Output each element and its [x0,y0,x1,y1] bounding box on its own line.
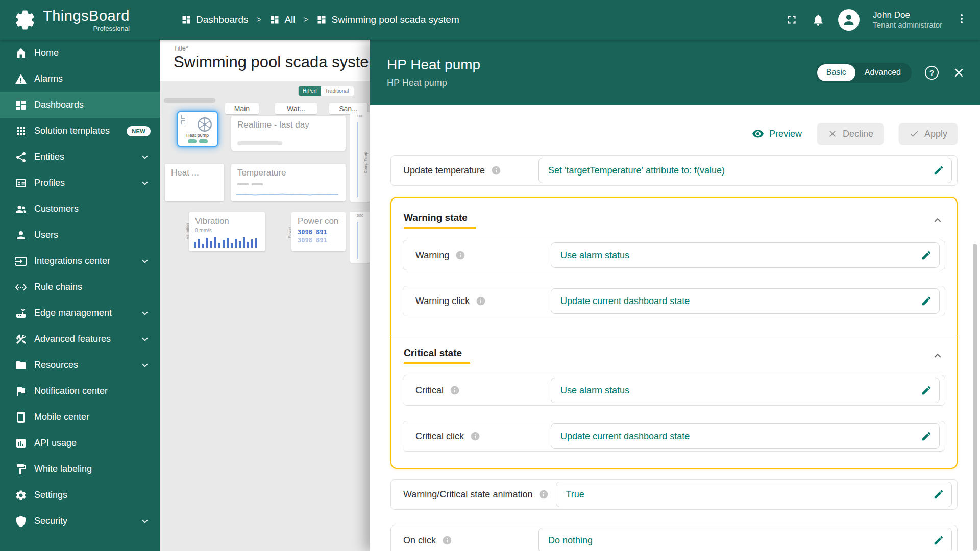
toggle-advanced[interactable]: Advanced [855,64,910,81]
fullscreen-icon[interactable] [785,13,798,27]
mini-toggles [188,139,208,143]
sidebar-item-customers[interactable]: Customers [0,196,160,222]
toggle-basic[interactable]: Basic [817,64,855,81]
vibration-widget[interactable]: Vibration 0 mm/s [189,212,265,251]
breadcrumb-dashboards[interactable]: Dashboards [181,14,248,26]
edit-pencil-icon[interactable] [921,385,932,396]
notifications-bell-icon[interactable] [812,13,825,27]
row-label: On click [403,535,436,546]
sidebar-item-api-usage[interactable]: API usage [0,430,160,456]
row-label: Critical click [415,431,464,442]
breadcrumb-all[interactable]: All [270,14,295,26]
critical-field[interactable]: Use alarm status [551,378,940,403]
on-click-field[interactable]: Do nothing [538,528,952,551]
sidebar-item-settings[interactable]: Settings [0,482,160,508]
info-icon[interactable] [455,250,465,260]
edit-pencil-icon[interactable] [921,295,932,307]
update-temperature-field[interactable]: Set 'targetTemperature' attribute to: f(… [538,158,952,183]
panel-scrollbar[interactable] [973,244,977,551]
edit-pencil-icon[interactable] [933,489,944,500]
dashboard-tab-water[interactable]: Wat... [275,103,317,114]
critical-click-field[interactable]: Update current dashboard state [551,423,940,449]
home-icon [15,47,27,59]
setting-row-warning: Warning Use alarm status [403,240,945,270]
dashboard-canvas: HiPerf Traditional Main Wat... San... He… [160,81,370,551]
heat-pump-widget-selected[interactable]: Heat pump [177,111,218,147]
info-icon[interactable] [476,296,486,306]
sidebar-item-label: Security [34,516,67,527]
warning-field[interactable]: Use alarm status [551,242,940,268]
panel-header: HP Heat pump HP Heat pump Basic Advanced… [370,40,980,105]
horizontal-scroll-indicator[interactable] [164,98,215,103]
thingsboard-logo-icon [13,8,37,32]
close-icon[interactable] [952,66,966,80]
sidebar-item-home[interactable]: Home [0,40,160,66]
sidebar-item-solution-templates[interactable]: Solution templates NEW [0,118,160,144]
sidebar-item-alarms[interactable]: Alarms [0,66,160,92]
sidebar-item-label: Notification center [34,386,108,396]
temperature-widget[interactable]: Temperature [231,164,346,201]
warning-state-section-header: Warning state [404,212,944,229]
mobile-phone-icon [15,411,27,423]
sidebar-item-label: Alarms [34,73,63,84]
sidebar-item-security[interactable]: Security [0,508,160,534]
warning-click-field[interactable]: Update current dashboard state [551,288,940,314]
heat-widget[interactable]: Heat ... [165,164,224,201]
row-label: Update temperature [403,165,485,176]
apply-button[interactable]: Apply [899,123,958,144]
brand[interactable]: ThingsBoard Professional [0,8,160,32]
info-icon[interactable] [538,489,549,499]
sidebar-item-advanced-features[interactable]: Advanced features [0,326,160,352]
info-icon[interactable] [470,431,480,441]
sidebar-item-edge-management[interactable]: Edge management [0,300,160,326]
dashboard-tab-main[interactable]: Main [225,103,259,114]
user-block[interactable]: John Doe Tenant administrator [873,10,942,30]
sidebar-item-entities[interactable]: Entities [0,144,160,170]
sidebar-item-dashboards[interactable]: Dashboards [0,92,160,118]
chevron-up-icon[interactable] [931,349,944,362]
sidebar-item-integrations-center[interactable]: Integrations center [0,248,160,274]
dashboards-icon [15,99,27,111]
avatar[interactable] [838,9,860,31]
eye-icon [752,128,764,140]
breadcrumb-current-dashboard[interactable]: Swimming pool scada system [316,14,459,26]
edge-router-icon [15,307,27,319]
sidebar-item-label: Dashboards [34,99,84,110]
info-icon[interactable] [450,385,460,395]
sidebar-item-resources[interactable]: Resources [0,352,160,378]
power-widget[interactable]: Power consu... 3098 891 3098 891 [291,212,346,251]
chevron-down-icon [139,178,151,189]
row-label: Critical [415,385,444,396]
sidebar-item-label: Rule chains [34,282,82,292]
dashboard-title-field[interactable]: Title* Swimming pool scada system [160,40,370,81]
new-badge: NEW [127,126,151,136]
topbar: ThingsBoard Professional Dashboards > Al… [0,0,980,40]
preview-button[interactable]: Preview [752,128,802,140]
realtime-widget[interactable]: Realtime - last day [231,116,346,151]
animation-field[interactable]: True [556,482,952,507]
entities-icon [15,151,27,163]
sidebar-item-profiles[interactable]: Profiles [0,170,160,196]
mode-chip-hiperf[interactable]: HiPerf [299,86,321,96]
section-divider [390,335,958,335]
more-options-kebab-icon[interactable] [955,13,968,27]
sidebar-item-white-labeling[interactable]: White labeling [0,456,160,482]
sidebar-item-rule-chains[interactable]: Rule chains [0,274,160,300]
axis-line [357,122,358,197]
info-icon[interactable] [442,535,452,545]
edit-pencil-icon[interactable] [933,535,944,546]
edit-pencil-icon[interactable] [921,431,932,442]
sidebar-item-mobile-center[interactable]: Mobile center [0,404,160,430]
decline-button[interactable]: Decline [817,123,884,144]
setting-row-warning-click: Warning click Update current dashboard s… [403,286,945,316]
help-icon[interactable]: ? [925,66,939,80]
sidebar-item-users[interactable]: Users [0,222,160,248]
sidebar-item-notification-center[interactable]: Notification center [0,378,160,404]
chevron-up-icon[interactable] [931,214,944,227]
info-icon[interactable] [491,165,501,176]
chevron-down-icon [139,360,151,371]
edit-pencil-icon[interactable] [933,165,944,176]
sidebar-item-label: Profiles [34,178,65,188]
edit-pencil-icon[interactable] [921,249,932,261]
mode-chip-traditional[interactable]: Traditional [321,86,354,96]
